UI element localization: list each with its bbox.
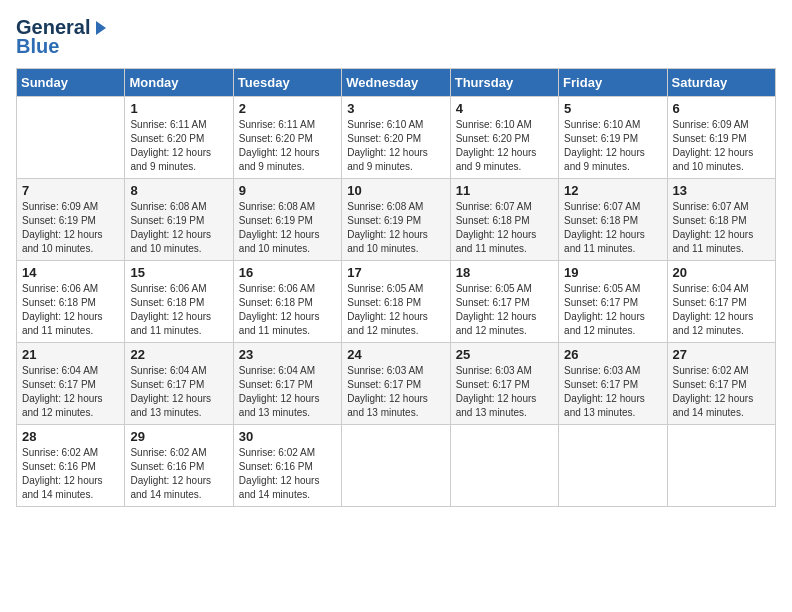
day-info: Sunrise: 6:04 AMSunset: 6:17 PMDaylight:… [22,364,119,420]
day-info: Sunrise: 6:03 AMSunset: 6:17 PMDaylight:… [347,364,444,420]
day-number: 6 [673,101,770,116]
calendar-cell: 29Sunrise: 6:02 AMSunset: 6:16 PMDayligh… [125,425,233,507]
calendar-cell: 1Sunrise: 6:11 AMSunset: 6:20 PMDaylight… [125,97,233,179]
col-header-wednesday: Wednesday [342,69,450,97]
day-info: Sunrise: 6:04 AMSunset: 6:17 PMDaylight:… [673,282,770,338]
calendar-cell: 12Sunrise: 6:07 AMSunset: 6:18 PMDayligh… [559,179,667,261]
day-number: 1 [130,101,227,116]
day-number: 28 [22,429,119,444]
day-number: 22 [130,347,227,362]
calendar-week-5: 28Sunrise: 6:02 AMSunset: 6:16 PMDayligh… [17,425,776,507]
day-number: 21 [22,347,119,362]
day-number: 15 [130,265,227,280]
day-number: 23 [239,347,336,362]
day-info: Sunrise: 6:09 AMSunset: 6:19 PMDaylight:… [22,200,119,256]
calendar-cell: 23Sunrise: 6:04 AMSunset: 6:17 PMDayligh… [233,343,341,425]
calendar-cell: 30Sunrise: 6:02 AMSunset: 6:16 PMDayligh… [233,425,341,507]
calendar-cell: 26Sunrise: 6:03 AMSunset: 6:17 PMDayligh… [559,343,667,425]
day-info: Sunrise: 6:06 AMSunset: 6:18 PMDaylight:… [239,282,336,338]
day-number: 29 [130,429,227,444]
day-info: Sunrise: 6:03 AMSunset: 6:17 PMDaylight:… [456,364,553,420]
calendar-cell [17,97,125,179]
calendar-cell: 16Sunrise: 6:06 AMSunset: 6:18 PMDayligh… [233,261,341,343]
day-number: 3 [347,101,444,116]
day-info: Sunrise: 6:05 AMSunset: 6:17 PMDaylight:… [564,282,661,338]
calendar-week-3: 14Sunrise: 6:06 AMSunset: 6:18 PMDayligh… [17,261,776,343]
day-info: Sunrise: 6:11 AMSunset: 6:20 PMDaylight:… [130,118,227,174]
day-number: 8 [130,183,227,198]
day-number: 2 [239,101,336,116]
day-number: 14 [22,265,119,280]
logo: General Blue [16,16,110,58]
calendar-cell [667,425,775,507]
calendar-cell: 5Sunrise: 6:10 AMSunset: 6:19 PMDaylight… [559,97,667,179]
calendar-cell [342,425,450,507]
calendar-cell: 22Sunrise: 6:04 AMSunset: 6:17 PMDayligh… [125,343,233,425]
day-info: Sunrise: 6:07 AMSunset: 6:18 PMDaylight:… [564,200,661,256]
day-number: 10 [347,183,444,198]
day-number: 5 [564,101,661,116]
calendar-week-1: 1Sunrise: 6:11 AMSunset: 6:20 PMDaylight… [17,97,776,179]
day-number: 11 [456,183,553,198]
calendar-header-row: SundayMondayTuesdayWednesdayThursdayFrid… [17,69,776,97]
day-number: 16 [239,265,336,280]
day-info: Sunrise: 6:05 AMSunset: 6:18 PMDaylight:… [347,282,444,338]
svg-marker-0 [96,21,106,35]
calendar-cell [559,425,667,507]
day-info: Sunrise: 6:06 AMSunset: 6:18 PMDaylight:… [22,282,119,338]
day-info: Sunrise: 6:02 AMSunset: 6:16 PMDaylight:… [22,446,119,502]
day-number: 24 [347,347,444,362]
col-header-tuesday: Tuesday [233,69,341,97]
calendar-cell: 27Sunrise: 6:02 AMSunset: 6:17 PMDayligh… [667,343,775,425]
day-info: Sunrise: 6:10 AMSunset: 6:20 PMDaylight:… [456,118,553,174]
calendar-table: SundayMondayTuesdayWednesdayThursdayFrid… [16,68,776,507]
col-header-saturday: Saturday [667,69,775,97]
logo-text: General Blue [16,16,110,58]
day-number: 20 [673,265,770,280]
calendar-cell: 21Sunrise: 6:04 AMSunset: 6:17 PMDayligh… [17,343,125,425]
day-info: Sunrise: 6:10 AMSunset: 6:19 PMDaylight:… [564,118,661,174]
calendar-cell: 19Sunrise: 6:05 AMSunset: 6:17 PMDayligh… [559,261,667,343]
calendar-week-2: 7Sunrise: 6:09 AMSunset: 6:19 PMDaylight… [17,179,776,261]
day-number: 4 [456,101,553,116]
day-info: Sunrise: 6:05 AMSunset: 6:17 PMDaylight:… [456,282,553,338]
day-info: Sunrise: 6:03 AMSunset: 6:17 PMDaylight:… [564,364,661,420]
calendar-cell: 20Sunrise: 6:04 AMSunset: 6:17 PMDayligh… [667,261,775,343]
calendar-cell [450,425,558,507]
col-header-thursday: Thursday [450,69,558,97]
calendar-cell: 25Sunrise: 6:03 AMSunset: 6:17 PMDayligh… [450,343,558,425]
logo-arrow-icon [92,19,110,37]
calendar-week-4: 21Sunrise: 6:04 AMSunset: 6:17 PMDayligh… [17,343,776,425]
day-number: 19 [564,265,661,280]
day-info: Sunrise: 6:08 AMSunset: 6:19 PMDaylight:… [130,200,227,256]
col-header-friday: Friday [559,69,667,97]
day-info: Sunrise: 6:08 AMSunset: 6:19 PMDaylight:… [239,200,336,256]
calendar-cell: 28Sunrise: 6:02 AMSunset: 6:16 PMDayligh… [17,425,125,507]
calendar-cell: 3Sunrise: 6:10 AMSunset: 6:20 PMDaylight… [342,97,450,179]
calendar-cell: 10Sunrise: 6:08 AMSunset: 6:19 PMDayligh… [342,179,450,261]
calendar-cell: 7Sunrise: 6:09 AMSunset: 6:19 PMDaylight… [17,179,125,261]
day-info: Sunrise: 6:08 AMSunset: 6:19 PMDaylight:… [347,200,444,256]
day-number: 12 [564,183,661,198]
col-header-sunday: Sunday [17,69,125,97]
calendar-cell: 18Sunrise: 6:05 AMSunset: 6:17 PMDayligh… [450,261,558,343]
calendar-cell: 8Sunrise: 6:08 AMSunset: 6:19 PMDaylight… [125,179,233,261]
day-info: Sunrise: 6:04 AMSunset: 6:17 PMDaylight:… [239,364,336,420]
day-info: Sunrise: 6:02 AMSunset: 6:16 PMDaylight:… [130,446,227,502]
day-info: Sunrise: 6:09 AMSunset: 6:19 PMDaylight:… [673,118,770,174]
day-number: 7 [22,183,119,198]
col-header-monday: Monday [125,69,233,97]
logo-blue: Blue [16,35,59,58]
day-number: 27 [673,347,770,362]
calendar-cell: 2Sunrise: 6:11 AMSunset: 6:20 PMDaylight… [233,97,341,179]
day-number: 13 [673,183,770,198]
day-number: 25 [456,347,553,362]
day-info: Sunrise: 6:02 AMSunset: 6:16 PMDaylight:… [239,446,336,502]
calendar-cell: 24Sunrise: 6:03 AMSunset: 6:17 PMDayligh… [342,343,450,425]
calendar-cell: 4Sunrise: 6:10 AMSunset: 6:20 PMDaylight… [450,97,558,179]
calendar-cell: 6Sunrise: 6:09 AMSunset: 6:19 PMDaylight… [667,97,775,179]
day-info: Sunrise: 6:07 AMSunset: 6:18 PMDaylight:… [673,200,770,256]
day-number: 18 [456,265,553,280]
day-number: 26 [564,347,661,362]
page-header: General Blue [16,16,776,58]
